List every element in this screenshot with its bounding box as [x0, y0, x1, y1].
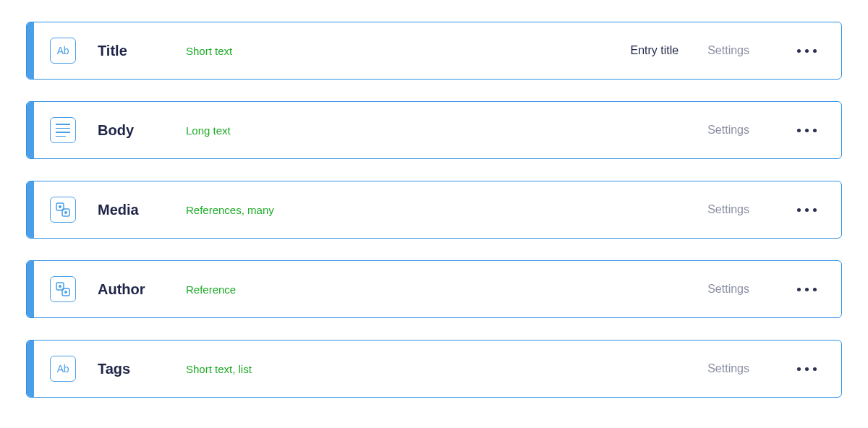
field-row[interactable]: Ab Tags Short text, list Settings — [26, 340, 842, 398]
svg-point-6 — [59, 286, 61, 287]
settings-button[interactable]: Settings — [707, 203, 749, 216]
field-row[interactable]: Ab Title Short text Entry title Settings — [26, 22, 842, 80]
settings-button[interactable]: Settings — [707, 124, 749, 137]
field-content: Author Reference Settings — [34, 261, 841, 317]
settings-button[interactable]: Settings — [707, 44, 749, 57]
drag-handle[interactable] — [27, 22, 34, 79]
field-name: Tags — [98, 361, 167, 377]
field-type: References, many — [186, 204, 274, 216]
field-name: Author — [98, 281, 167, 298]
drag-handle[interactable] — [27, 341, 34, 397]
overflow-menu-button[interactable] — [793, 45, 821, 57]
field-content: Body Long text Settings — [34, 102, 841, 158]
field-type: Short text, list — [186, 363, 252, 375]
svg-point-7 — [65, 291, 67, 293]
reference-icon — [50, 276, 76, 302]
long-text-icon — [50, 117, 76, 143]
drag-handle[interactable] — [27, 181, 34, 238]
reference-icon — [50, 197, 76, 223]
field-type: Short text — [186, 45, 232, 57]
field-name: Media — [98, 202, 167, 218]
field-name: Body — [98, 122, 167, 139]
field-type: Long text — [186, 124, 231, 137]
svg-point-2 — [59, 206, 61, 207]
settings-button[interactable]: Settings — [707, 362, 749, 375]
drag-handle[interactable] — [27, 102, 34, 158]
field-row[interactable]: Body Long text Settings — [26, 101, 842, 159]
entry-title-badge: Entry title — [631, 44, 679, 57]
overflow-menu-button[interactable] — [793, 204, 821, 216]
field-name: Title — [98, 43, 167, 59]
field-list: Ab Title Short text Entry title Settings… — [26, 22, 842, 398]
overflow-menu-button[interactable] — [793, 363, 821, 375]
drag-handle[interactable] — [27, 261, 34, 317]
field-content: Ab Title Short text Entry title Settings — [34, 22, 841, 79]
field-type: Reference — [186, 283, 236, 296]
field-content: Ab Tags Short text, list Settings — [34, 341, 841, 397]
short-text-icon: Ab — [50, 356, 76, 382]
field-content: Media References, many Settings — [34, 181, 841, 238]
svg-point-3 — [65, 212, 67, 213]
field-row[interactable]: Media References, many Settings — [26, 181, 842, 239]
field-row[interactable]: Author Reference Settings — [26, 260, 842, 318]
overflow-menu-button[interactable] — [793, 124, 821, 137]
overflow-menu-button[interactable] — [793, 283, 821, 296]
settings-button[interactable]: Settings — [707, 283, 749, 296]
short-text-icon: Ab — [50, 38, 76, 64]
